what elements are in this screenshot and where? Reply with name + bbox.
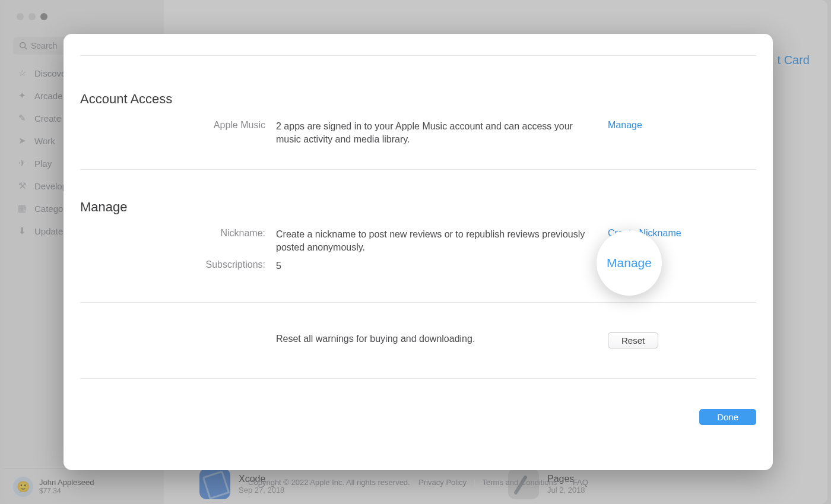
done-button[interactable]: Done <box>699 409 756 425</box>
row-value-apple-music: 2 apps are signed in to your Apple Music… <box>276 120 608 145</box>
terms-and-conditions-link[interactable]: Terms and Conditions <box>483 478 557 487</box>
row-value-nickname: Create a nickname to post new reviews or… <box>276 228 608 253</box>
faq-link[interactable]: FAQ <box>573 478 588 487</box>
row-value-reset-warnings: Reset all warnings for buying and downlo… <box>276 332 608 348</box>
divider <box>80 169 756 170</box>
section-title-manage: Manage <box>80 199 756 215</box>
account-settings-modal: Account Access Apple Music 2 apps are si… <box>64 34 773 470</box>
divider <box>80 378 756 379</box>
row-label-nickname: Nickname: <box>80 228 276 253</box>
section-title-account-access: Account Access <box>80 91 756 107</box>
section-account-access: Account Access Apple Music 2 apps are si… <box>80 91 756 145</box>
manage-subscriptions-link[interactable]: Manage <box>607 256 652 270</box>
divider <box>80 302 756 303</box>
modal-footer: Copyright © 2022 Apple Inc. All rights r… <box>64 478 773 487</box>
highlight-lens: Manage <box>597 230 662 296</box>
reset-button[interactable]: Reset <box>608 332 658 348</box>
row-label-subscriptions: Subscriptions: <box>80 259 276 272</box>
row-value-subscriptions: 5 <box>276 259 608 272</box>
manage-apple-music-link[interactable]: Manage <box>608 120 642 130</box>
row-label-apple-music: Apple Music <box>80 120 276 145</box>
divider <box>80 55 756 56</box>
privacy-policy-link[interactable]: Privacy Policy <box>418 478 467 487</box>
section-manage: Manage Nickname: Create a nickname to po… <box>80 199 756 379</box>
footer-copyright: Copyright © 2022 Apple Inc. All rights r… <box>248 478 410 487</box>
